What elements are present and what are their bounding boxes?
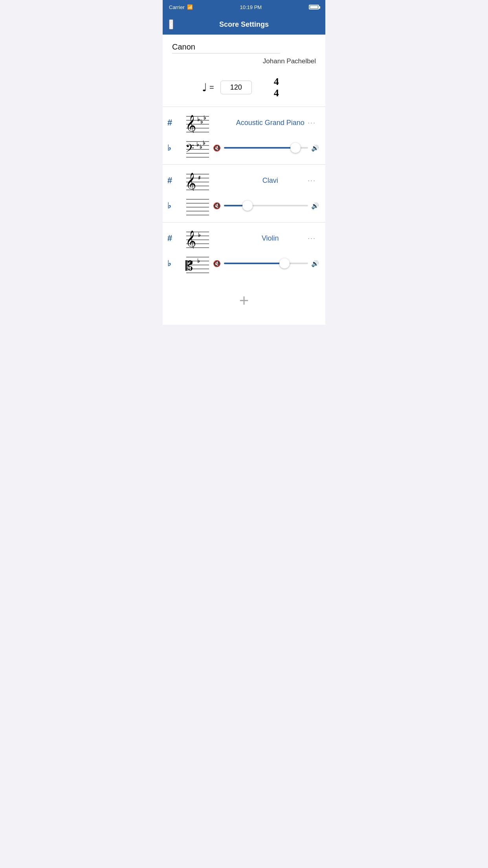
bass-clef-staff-2 [178,195,210,216]
bass-clef-staff-3: 𝄡 𝄢 ♭ [178,253,210,274]
tempo-input[interactable] [220,81,252,94]
volume-max-icon-1: 🔊 [311,144,319,152]
battery-icon [309,5,319,9]
add-instrument-button[interactable]: + [239,292,249,309]
more-dots-3[interactable]: ··· [305,233,319,244]
nav-title: Score Settings [219,20,269,29]
instrument-top-row-3: # 𝄞 ♭ Violin ··· [167,228,319,248]
wifi-icon: 📶 [187,4,193,10]
slider-track-3[interactable] [224,263,308,264]
time-label: 10:19 PM [240,4,262,10]
svg-text:𝄢: 𝄢 [187,259,193,269]
svg-text:𝄞: 𝄞 [185,115,196,133]
instrument-card-3: # 𝄞 ♭ Violin ··· ♭ [163,222,325,280]
volume-row-1: ♭ 𝄢 ♭ ♭ ♭ 🔇 [167,137,319,159]
nav-bar: ‹ Score Settings [163,14,325,35]
volume-min-icon-2: 🔇 [213,202,221,210]
treble-clef-staff-3: 𝄞 ♭ [178,228,210,248]
carrier-label: Carrier [169,4,185,10]
instrument-top-row-2: # 𝄞 ♯ Clavi ··· [167,170,319,191]
flat-symbol-1: ♭ [167,143,175,153]
instrument-left: # 𝄞 ♭ ♭ ♭ [167,112,236,133]
volume-max-icon-3: 🔊 [311,260,319,267]
slider-fill-3 [224,263,284,264]
score-title-input[interactable] [172,42,280,53]
score-header: Johann Pachelbel [163,35,325,72]
back-button[interactable]: ‹ [169,19,173,29]
instrument-card-2: # 𝄞 ♯ Clavi ··· ♭ [163,164,325,222]
volume-max-icon-2: 🔊 [311,202,319,210]
svg-text:♭: ♭ [204,115,206,121]
add-button-container: + [163,280,325,325]
volume-slider-2: 🔇 🔊 [213,202,319,210]
svg-text:𝄞: 𝄞 [185,173,196,191]
instrument-name-2[interactable]: Clavi [236,177,305,185]
flat-symbol-3: ♭ [167,259,175,268]
time-sig-top: 4 [274,76,279,88]
slider-thumb-1[interactable] [290,143,301,153]
volume-min-icon-3: 🔇 [213,260,221,267]
time-signature: 4 4 [274,76,279,99]
tempo-label: ♩ = [202,82,214,93]
treble-clef-staff-1: 𝄞 ♭ ♭ ♭ [178,112,210,133]
instruments-container: # 𝄞 ♭ ♭ ♭ [163,107,325,280]
more-dots-1[interactable]: ··· [305,117,319,129]
svg-text:♭: ♭ [203,140,205,146]
more-dots-2[interactable]: ··· [305,175,319,186]
svg-text:♭: ♭ [197,258,200,264]
tempo-row: ♩ = 4 4 [163,72,325,107]
note-symbol: ♩ [202,82,207,93]
volume-row-2: ♭ 🔇 🔊 [167,195,319,217]
svg-text:♭: ♭ [197,116,200,122]
content-area: Johann Pachelbel ♩ = 4 4 # [163,35,325,325]
slider-thumb-3[interactable] [279,258,290,268]
volume-min-icon-1: 🔇 [213,144,221,152]
instrument-left-3: # 𝄞 ♭ [167,228,236,248]
slider-fill-1 [224,147,295,149]
status-bar-left: Carrier 📶 [169,4,193,10]
bass-clef-staff-1: 𝄢 ♭ ♭ ♭ [178,138,210,158]
flat-symbol-2: ♭ [167,201,175,210]
svg-text:♭: ♭ [196,142,199,147]
slider-thumb-2[interactable] [242,200,253,211]
svg-text:♭: ♭ [200,144,202,150]
equals-sign: = [209,83,214,92]
sharp-symbol-1: # [167,118,175,128]
sharp-symbol-2: # [167,175,175,186]
instrument-name-1[interactable]: Acoustic Grand Piano [236,119,305,127]
instrument-card: # 𝄞 ♭ ♭ ♭ [163,107,325,164]
slider-track-2[interactable] [224,205,308,206]
svg-text:𝄞: 𝄞 [185,230,196,248]
score-composer: Johann Pachelbel [172,57,316,65]
volume-slider-3: 🔇 🔊 [213,260,319,267]
volume-slider-1: 🔇 🔊 [213,144,319,152]
sharp-symbol-3: # [167,233,175,243]
volume-row-3: ♭ 𝄡 𝄢 ♭ 🔇 [167,252,319,274]
status-bar: Carrier 📶 10:19 PM [163,0,325,14]
svg-text:♯: ♯ [198,175,200,181]
time-sig-bottom: 4 [274,88,279,99]
treble-clef-staff-2: 𝄞 ♯ [178,170,210,191]
svg-text:𝄢: 𝄢 [185,142,194,157]
instrument-name-3[interactable]: Violin [236,234,305,243]
slider-track-1[interactable] [224,147,308,149]
svg-text:♭: ♭ [198,232,201,238]
svg-text:♭: ♭ [200,119,203,125]
instrument-left-2: # 𝄞 ♯ [167,170,236,191]
instrument-top-row: # 𝄞 ♭ ♭ ♭ [167,112,319,133]
